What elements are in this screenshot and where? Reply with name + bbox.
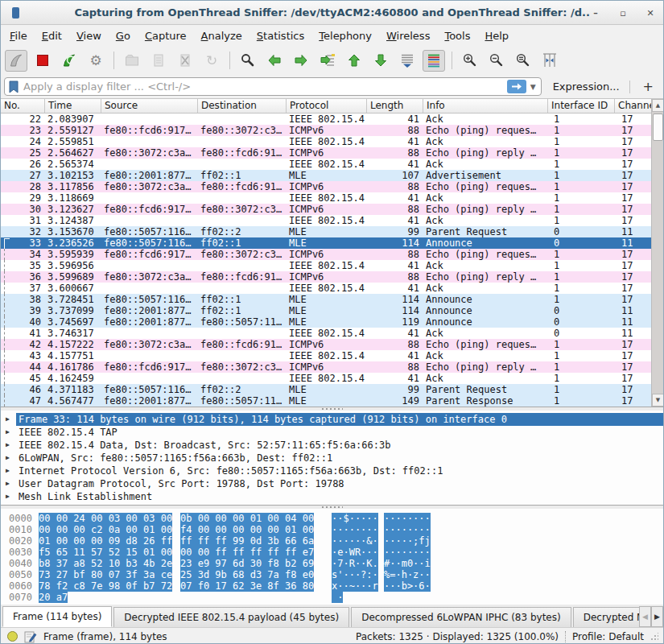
table-row[interactable]: 273.102153fe80::2001:877…ff02::1MLE107Ad… — [1, 170, 663, 181]
tab-scroll-left-icon[interactable]: ◀ — [639, 606, 651, 627]
go-to-bottom-button[interactable] — [369, 50, 392, 72]
column-header-time[interactable]: Time — [45, 99, 101, 113]
tab-scroll-right-icon[interactable]: ▶ — [651, 606, 663, 627]
expander-icon[interactable]: ▶ — [6, 439, 16, 452]
capture-options-button[interactable]: ⚙ — [85, 50, 107, 72]
table-row[interactable]: 464.371183fe80::5057:116…ff02::2MLE99Par… — [1, 384, 663, 395]
menu-item-file[interactable]: File — [2, 27, 35, 44]
table-row[interactable]: 413.746317IEEE 802.15.441Ack011 — [1, 328, 663, 339]
expander-icon[interactable]: ▶ — [6, 426, 16, 439]
detail-tree-row[interactable]: ▶Mesh Link Establishment — [1, 490, 663, 503]
hex-ascii[interactable]: ··$····· — [332, 513, 378, 524]
byte-view-tab-2[interactable]: Decompressed 6LoWPAN IPHC (83 bytes) — [351, 607, 571, 627]
table-row[interactable]: 343.595939fe80::fcd6:917…fe80::3072:c3…I… — [1, 249, 663, 260]
bookmark-icon[interactable] — [7, 80, 20, 94]
hex-bytes[interactable]: 00 00 ff ff ff ff ff e7 — [180, 547, 314, 558]
resize-columns-button[interactable] — [538, 50, 561, 72]
expander-icon[interactable]: ▶ — [6, 490, 16, 503]
hex-row[interactable]: 0030f5 65 11 57 52 15 01 0000 00 ff ff f… — [9, 547, 663, 558]
scroll-up-icon[interactable]: ▲ — [652, 99, 663, 112]
hex-row[interactable]: 000000 00 24 00 03 00 03 000b 00 00 00 0… — [9, 513, 663, 524]
table-row[interactable]: 222.083907IEEE 802.15.441Ack117 — [1, 114, 663, 125]
expander-icon[interactable]: ▶ — [6, 413, 16, 426]
hex-ascii[interactable]: #··m0··i — [384, 558, 431, 569]
filter-history-dropdown-icon[interactable]: ▼ — [526, 83, 538, 91]
hex-bytes[interactable]: 78 f2 c8 7e 98 0f b7 72 — [39, 580, 172, 592]
byte-view-tab-1[interactable]: Decrypted IEEE 802.15.4 payload (45 byte… — [113, 607, 349, 627]
menu-item-tools[interactable]: Tools — [437, 27, 477, 44]
table-row[interactable]: 363.599689fe80::3072:c3a…fe80::fcd6:91…I… — [1, 271, 663, 283]
apply-filter-button[interactable] — [507, 80, 526, 93]
table-row[interactable]: 262.565374IEEE 802.15.441Ack117 — [1, 159, 663, 170]
expression-button[interactable]: Expression... — [553, 80, 620, 93]
table-row[interactable]: 313.124387IEEE 802.15.441Ack117 — [1, 215, 663, 226]
hex-ascii[interactable]: ···b>·6· — [384, 580, 431, 592]
hex-bytes[interactable]: f4 00 00 00 00 00 01 00 — [180, 524, 314, 535]
table-row[interactable]: 454.162459IEEE 802.15.441Ack117 — [1, 373, 663, 384]
hex-ascii[interactable]: s'···?:· — [332, 569, 378, 580]
menu-item-view[interactable]: View — [69, 27, 109, 44]
hex-bytes[interactable]: 73 27 bf 80 07 3f 3a ce — [39, 569, 172, 580]
table-row[interactable]: 373.600667IEEE 802.15.441Ack117 — [1, 283, 663, 294]
hex-ascii[interactable]: x··~···r — [332, 580, 378, 592]
menu-item-capture[interactable]: Capture — [138, 27, 194, 44]
table-row[interactable]: 242.559851IEEE 802.15.441Ack117 — [1, 136, 663, 147]
column-header-interface-id[interactable]: Interface ID — [548, 99, 615, 113]
menu-item-wireless[interactable]: Wireless — [379, 27, 437, 44]
column-header-length[interactable]: Length — [367, 99, 423, 113]
hex-bytes[interactable]: 20 a7 — [39, 592, 68, 603]
hex-row[interactable]: 007020 a7 · — [9, 592, 663, 603]
hex-ascii[interactable]: ········ — [384, 524, 431, 535]
go-to-top-button[interactable] — [343, 50, 365, 72]
maximize-icon[interactable]: ▫ — [617, 6, 629, 19]
status-profile[interactable]: Profile: Default — [572, 631, 644, 642]
detail-tree-row[interactable]: ▶Frame 33: 114 bytes on wire (912 bits),… — [1, 413, 663, 426]
detail-tree-row[interactable]: ▶IEEE 802.15.4 TAP — [1, 426, 663, 439]
byte-view-tab-0[interactable]: Frame (114 bytes) — [2, 606, 112, 627]
column-header-destination[interactable]: Destination — [198, 99, 287, 113]
menu-item-go[interactable]: Go — [109, 27, 138, 44]
table-row[interactable]: 252.564627fe80::3072:c3a…fe80::fcd6:91…I… — [1, 147, 663, 159]
hex-ascii[interactable]: %=·h·z·· — [384, 569, 431, 580]
colorize-button[interactable] — [423, 50, 445, 72]
hex-ascii[interactable]: ······&· — [332, 535, 378, 547]
menu-item-analyze[interactable]: Analyze — [194, 27, 250, 44]
hex-row[interactable]: 006078 f2 c8 7e 98 0f b7 7207 f0 17 62 3… — [9, 580, 663, 592]
table-row[interactable]: 283.117856fe80::3072:c3a…fe80::fcd6:91…I… — [1, 181, 663, 192]
table-row[interactable]: 444.161786fe80::fcd6:917…fe80::3072:c3…I… — [1, 361, 663, 373]
hex-bytes[interactable]: 00 00 24 00 03 00 03 00 — [39, 513, 172, 524]
column-header-channel[interactable]: Channel — [615, 99, 653, 113]
hex-ascii[interactable]: ·e·WR··· — [332, 547, 378, 558]
expander-icon[interactable]: ▶ — [6, 452, 16, 464]
hex-bytes[interactable]: 07 f0 17 62 3e 8f 36 80 — [180, 580, 314, 592]
hex-ascii[interactable]: ········ — [332, 524, 378, 535]
start-capture-button[interactable] — [5, 50, 27, 72]
hex-bytes[interactable]: 01 00 00 00 09 d8 26 ff — [39, 535, 172, 547]
hex-row[interactable]: 005073 27 bf 80 07 3f 3a ce25 3d 9b 68 d… — [9, 569, 663, 580]
hex-ascii[interactable]: ·7·R··K. — [332, 558, 378, 569]
detail-tree-row[interactable]: ▶User Datagram Protocol, Src Port: 19788… — [1, 477, 663, 490]
table-row[interactable]: 353.596956IEEE 802.15.441Ack117 — [1, 260, 663, 271]
go-to-packet-button[interactable] — [316, 50, 339, 72]
table-row[interactable]: 323.153670fe80::5057:116…ff02::2MLE99Par… — [1, 226, 663, 237]
table-row[interactable]: 232.559127fe80::fcd6:917…fe80::3072:c3…I… — [1, 125, 663, 136]
detail-tree-row[interactable]: ▶6LoWPAN, Src: fe80::5057:1165:f56a:663b… — [1, 452, 663, 464]
packet-list-scrollbar[interactable]: ▲ ▼ — [651, 99, 663, 407]
hex-ascii[interactable]: ········ — [384, 513, 431, 524]
hex-bytes[interactable]: ff ff ff 99 0d 3b 66 6a — [180, 535, 314, 547]
table-row[interactable]: 333.236526fe80::5057:116…ff02::1MLE114An… — [1, 237, 663, 249]
menu-item-statistics[interactable]: Statistics — [250, 27, 311, 44]
restart-capture-button[interactable] — [58, 50, 80, 72]
column-header-no[interactable]: No. — [1, 99, 45, 113]
hex-row[interactable]: 002001 00 00 00 09 d8 26 ffff ff ff 99 0… — [9, 535, 663, 547]
hex-row[interactable]: 0040b8 37 a8 52 10 b3 4b 2e23 e9 97 6d 3… — [9, 558, 663, 569]
hex-bytes[interactable]: b8 37 a8 52 10 b3 4b 2e — [39, 558, 172, 569]
hex-ascii[interactable]: · — [332, 592, 343, 603]
table-row[interactable]: 434.157751IEEE 802.15.441Ack117 — [1, 350, 663, 361]
hex-bytes[interactable]: f5 65 11 57 52 15 01 00 — [39, 547, 172, 558]
hex-bytes[interactable]: 0b 00 00 00 01 00 04 00 — [180, 513, 314, 524]
expander-icon[interactable]: ▶ — [6, 464, 16, 477]
table-row[interactable]: 474.567477fe80::2001:877…fe80::5057:11…M… — [1, 395, 663, 407]
hex-bytes[interactable]: 00 00 00 c2 0a 00 01 00 — [39, 524, 172, 535]
expert-info-icon[interactable] — [7, 631, 18, 642]
